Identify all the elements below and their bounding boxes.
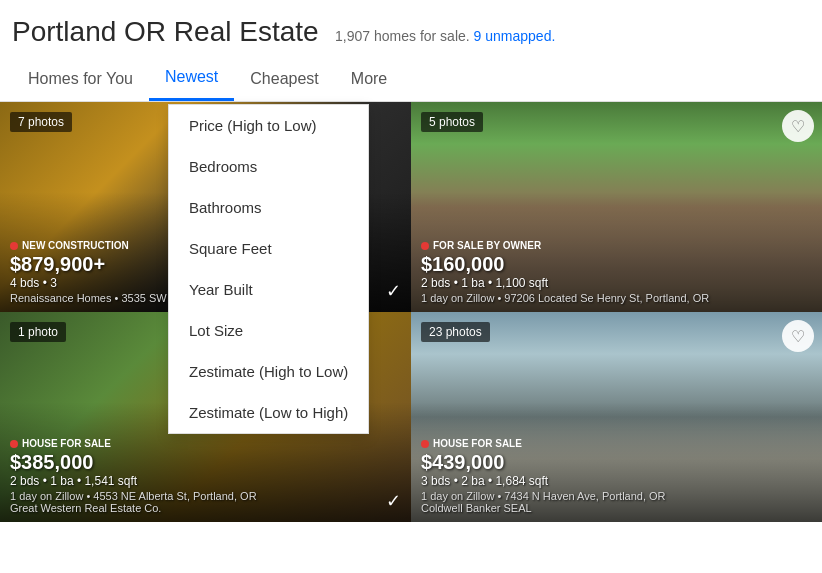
favorite-button[interactable]: ♡ <box>782 110 814 142</box>
listing-card[interactable]: 23 photos ♡ HOUSE FOR SALE $439,000 3 bd… <box>411 312 822 522</box>
tab-newest[interactable]: Newest <box>149 56 234 101</box>
listings-grid: 7 photos NEW CONSTRUCTION $879,900+ 4 bd… <box>0 102 822 522</box>
listing-tag: HOUSE FOR SALE <box>421 438 812 449</box>
sort-price-high-low[interactable]: Price (High to Low) <box>169 105 368 146</box>
favorite-button[interactable]: ♡ <box>782 320 814 352</box>
photos-count: 1 photo <box>10 322 66 342</box>
sort-zestimate-low[interactable]: Zestimate (Low to High) <box>169 392 368 433</box>
listing-sub: 1 day on Zillow • 4553 NE Alberta St, Po… <box>10 490 401 502</box>
listing-details: 2 bds • 1 ba • 1,100 sqft <box>421 276 812 290</box>
listing-info: HOUSE FOR SALE $385,000 2 bds • 1 ba • 1… <box>0 430 411 522</box>
status-dot <box>421 242 429 250</box>
status-dot <box>421 440 429 448</box>
sort-lot-size[interactable]: Lot Size <box>169 310 368 351</box>
listing-agent: Coldwell Banker SEAL <box>421 502 812 514</box>
photos-count: 7 photos <box>10 112 72 132</box>
photos-count: 23 photos <box>421 322 490 342</box>
listing-agent: Great Western Real Estate Co. <box>10 502 401 514</box>
listing-sub: 1 day on Zillow • 97206 Located Se Henry… <box>421 292 812 304</box>
listing-sub: 1 day on Zillow • 7434 N Haven Ave, Port… <box>421 490 812 502</box>
status-dot <box>10 440 18 448</box>
sort-bedrooms[interactable]: Bedrooms <box>169 146 368 187</box>
nav-tabs: Homes for You Newest Cheapest More Price… <box>0 56 822 102</box>
checkmark-icon: ✓ <box>386 280 401 302</box>
listing-price: $385,000 <box>10 451 401 474</box>
sort-zestimate-high[interactable]: Zestimate (High to Low) <box>169 351 368 392</box>
tab-more[interactable]: More <box>335 58 403 100</box>
sort-bathrooms[interactable]: Bathrooms <box>169 187 368 228</box>
checkmark-icon: ✓ <box>386 490 401 512</box>
sort-dropdown: Price (High to Low) Bedrooms Bathrooms S… <box>168 104 369 434</box>
listing-price: $160,000 <box>421 253 812 276</box>
listing-info: HOUSE FOR SALE $439,000 3 bds • 2 ba • 1… <box>411 430 822 522</box>
sort-square-feet[interactable]: Square Feet <box>169 228 368 269</box>
page-title: Portland OR Real Estate <box>12 16 319 47</box>
listing-card[interactable]: 5 photos ♡ FOR SALE BY OWNER $160,000 2 … <box>411 102 822 312</box>
tab-cheapest[interactable]: Cheapest <box>234 58 335 100</box>
homes-count: 1,907 homes for sale. 9 unmapped. <box>335 28 555 44</box>
page-header: Portland OR Real Estate 1,907 homes for … <box>0 0 822 56</box>
listing-tag: HOUSE FOR SALE <box>10 438 401 449</box>
status-dot <box>10 242 18 250</box>
listing-price: $439,000 <box>421 451 812 474</box>
listing-details: 2 bds • 1 ba • 1,541 sqft <box>10 474 401 488</box>
unmapped-link[interactable]: 9 unmapped. <box>474 28 556 44</box>
photos-count: 5 photos <box>421 112 483 132</box>
sort-year-built[interactable]: Year Built <box>169 269 368 310</box>
listing-info: FOR SALE BY OWNER $160,000 2 bds • 1 ba … <box>411 232 822 312</box>
listing-details: 3 bds • 2 ba • 1,684 sqft <box>421 474 812 488</box>
listing-tag: FOR SALE BY OWNER <box>421 240 812 251</box>
tab-homes-for-you[interactable]: Homes for You <box>12 58 149 100</box>
